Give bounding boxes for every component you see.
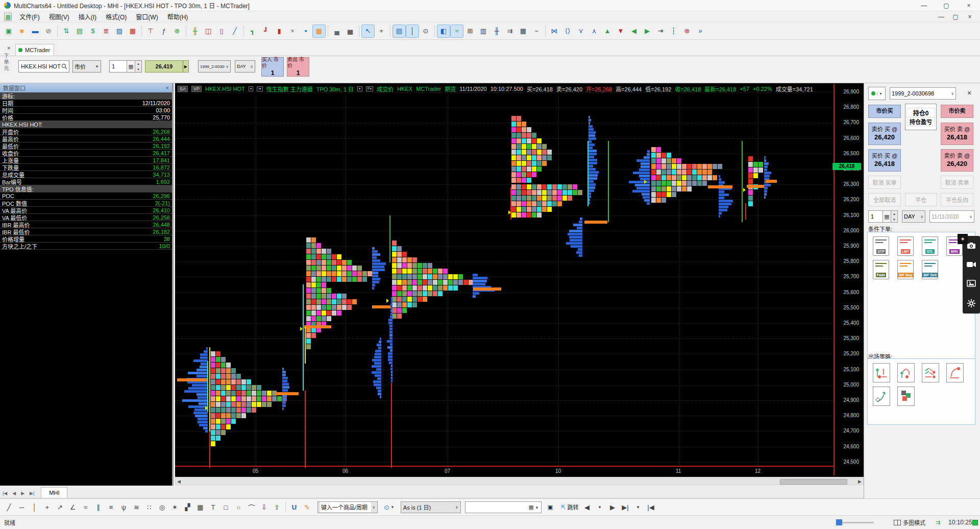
format-appearance-icon[interactable]: ▨ — [113, 25, 126, 37]
menu-o[interactable]: 格式(O) — [101, 11, 131, 22]
parallel-channel-icon[interactable]: ∥ — [92, 501, 105, 513]
stop-and-target-icon[interactable] — [873, 363, 890, 382]
scroll-up-icon[interactable]: ▲ — [601, 25, 614, 37]
menu-i[interactable]: 插入(I) — [74, 11, 101, 22]
zoom-tool-icon[interactable]: ⊕ — [681, 25, 693, 37]
series-select[interactable]: 键入一个商品/周期∨ — [317, 501, 378, 513]
asis-resolution-select[interactable]: As is (1 日)∨ — [401, 501, 461, 513]
panel-quantity-stepper[interactable]: 1 ▦ ▲▼ — [868, 210, 898, 223]
flatten-button[interactable]: 平仓 — [905, 193, 937, 206]
header-badge[interactable]: VP — [191, 86, 202, 92]
account-select[interactable]: 1999_2-0030698∨ — [198, 60, 231, 73]
data-window-close-icon[interactable]: × — [166, 85, 169, 91]
panel-tif-select[interactable]: DAY∨ — [902, 210, 925, 223]
text-tool-icon[interactable]: T — [207, 501, 219, 513]
chart-type-hollow-candles-icon[interactable]: ▯ — [215, 25, 228, 37]
vertical-marker-icon[interactable]: │ — [406, 25, 419, 37]
cursor-pointer-icon[interactable]: ↖ — [362, 25, 374, 37]
market-depth-icon[interactable]: ▥ — [477, 25, 489, 37]
gear-icon[interactable] — [967, 299, 975, 307]
crosshair-icon[interactable]: + — [375, 25, 387, 37]
price-field[interactable]: 26,419 ▶ — [145, 60, 189, 73]
playback-speed-icon[interactable]: ▼ — [593, 501, 606, 513]
scrollbar-thumb[interactable] — [780, 479, 847, 485]
cond-order-b-f-sell-icon[interactable]: B/F Sell — [922, 260, 938, 279]
panel-date-select[interactable]: 11/11/2020∨ — [929, 210, 974, 223]
expand-scale-icon[interactable]: ⋏ — [588, 25, 600, 37]
tab-mctrader[interactable]: MCTrader — [15, 44, 54, 56]
cond-order-fade-icon[interactable]: Fade — [873, 260, 889, 279]
style-step-icon[interactable]: ┓ — [247, 25, 259, 37]
vertical-line-icon[interactable]: │ — [28, 501, 41, 513]
quantity-stepper[interactable]: 1 ▦ ▲▼ — [109, 60, 142, 73]
scroll-right-icon[interactable]: ▶ — [858, 479, 862, 484]
style-bricks-icon[interactable]: ▪ — [300, 25, 312, 37]
fib-retracement-icon[interactable]: ≋ — [130, 501, 143, 513]
next-tab-icon[interactable]: ▶ — [18, 491, 27, 498]
playback-step-icon[interactable]: ▶| — [619, 501, 631, 513]
image-gallery-icon[interactable] — [967, 280, 976, 287]
prev-tab-icon[interactable]: ◀ — [10, 491, 18, 498]
strategy-orders-icon[interactable]: ⇉ — [504, 25, 516, 37]
sell-market-button[interactable]: 市价卖 — [941, 105, 973, 118]
new-window-icon[interactable]: ▬ — [29, 25, 41, 37]
scroll-left-icon[interactable]: ◀ — [628, 25, 640, 37]
ray-icon[interactable]: ↗ — [54, 501, 66, 513]
sell-at-ask-button[interactable]: 卖价 卖 @26,420 — [941, 149, 973, 172]
compress-bars-icon[interactable]: ⋈ — [548, 25, 560, 37]
menu-h[interactable]: 帮助(H) — [163, 11, 193, 22]
magnet-mode-icon[interactable]: U — [288, 501, 301, 513]
cond-order-stl-icon[interactable]: STL — [922, 236, 938, 256]
cond-order-lmt-icon[interactable]: LMT — [897, 236, 914, 256]
regression-channel-icon[interactable]: ▞ — [181, 501, 194, 513]
volume-histogram-icon[interactable]: ▅ — [344, 25, 356, 37]
mini-trade-bar-icon[interactable]: ≈ — [451, 25, 463, 37]
breakeven-stop-icon[interactable] — [946, 363, 964, 382]
title-bar[interactable]: MultiCharts64 - Untitled Desktop - MHI -… — [0, 0, 980, 11]
header-badge[interactable]: SA — [178, 86, 188, 92]
close-window-icon[interactable]: ⊘ — [42, 25, 55, 37]
new-chart-icon[interactable]: ▣ — [3, 25, 15, 37]
flatten-reverse-button[interactable]: 平仓反向 — [941, 193, 973, 206]
symbol-input[interactable]: HKEX.HSI HOT — [18, 60, 69, 73]
multi-chart-mode-button[interactable]: 多图模式 — [894, 518, 925, 526]
arrow-down-tool-icon[interactable]: ⇩ — [258, 501, 271, 513]
cond-order-b-f-buy-icon[interactable]: B/F Buy — [897, 260, 914, 279]
tpo-chart[interactable]: SAVPHKEX.HSI HOT▾I▾恆生指數 主力連續TPO 30m, 1 日… — [175, 83, 864, 477]
trailing-stop-icon[interactable] — [897, 363, 915, 382]
gann-fan-icon[interactable]: ✶ — [168, 501, 181, 513]
menu-f[interactable]: 文件(F) — [15, 11, 44, 22]
child-close-button[interactable]: × — [963, 12, 977, 21]
jump-button[interactable]: ⇱跳转 — [559, 501, 580, 513]
time-clock-icon[interactable]: ⊙ — [420, 25, 432, 37]
sell-market-button[interactable]: 卖出 市价1 — [287, 57, 309, 77]
playback-prev-icon[interactable]: ◀ — [580, 501, 593, 513]
playback-next-icon[interactable]: ▶ — [606, 501, 619, 513]
order-grid-icon[interactable]: ▦ — [517, 25, 529, 37]
cross-line-icon[interactable]: + — [41, 501, 54, 513]
profit-runner-icon[interactable] — [873, 387, 890, 406]
buy-at-bid-button[interactable]: 买价 买 @26,418 — [868, 149, 901, 172]
chart-type-bars-icon[interactable]: ╫ — [189, 25, 201, 37]
header-dropdown-icon[interactable]: I▾ — [257, 86, 262, 91]
calendar-button[interactable]: ▣ — [546, 501, 555, 513]
tpo-profile-icon[interactable]: ▩ — [313, 25, 325, 37]
freehand-draw-icon[interactable]: ✎ — [301, 501, 313, 513]
order-type-select[interactable]: 市价▼ — [72, 60, 101, 73]
format-strategy-icon[interactable]: $ — [87, 25, 99, 37]
equidistant-channel-icon[interactable]: ≡ — [105, 501, 117, 513]
polyline-icon[interactable]: ≈ — [79, 501, 92, 513]
cancel-sell-orders-button[interactable]: 取消 卖单 — [941, 176, 973, 189]
compress-scale-icon[interactable]: ⋎ — [575, 25, 587, 37]
last-tab-icon[interactable]: ▶| — [27, 491, 37, 498]
buy-market-button[interactable]: 市价买 — [868, 105, 901, 118]
chart-trading-panel-icon[interactable]: ◧ — [437, 25, 450, 37]
style-kagi-icon[interactable]: ┛ — [260, 25, 272, 37]
close-button[interactable]: × — [958, 0, 980, 11]
price-arrow-icon[interactable]: ▶ — [183, 61, 188, 72]
angle-line-icon[interactable]: ∠ — [66, 501, 79, 513]
child-restore-button[interactable]: ▢ — [948, 12, 963, 21]
tab-mhi[interactable]: MHI — [41, 487, 67, 498]
chart-type-line-icon[interactable]: ╱ — [229, 25, 241, 37]
style-renko-icon[interactable]: ▮ — [273, 25, 285, 37]
